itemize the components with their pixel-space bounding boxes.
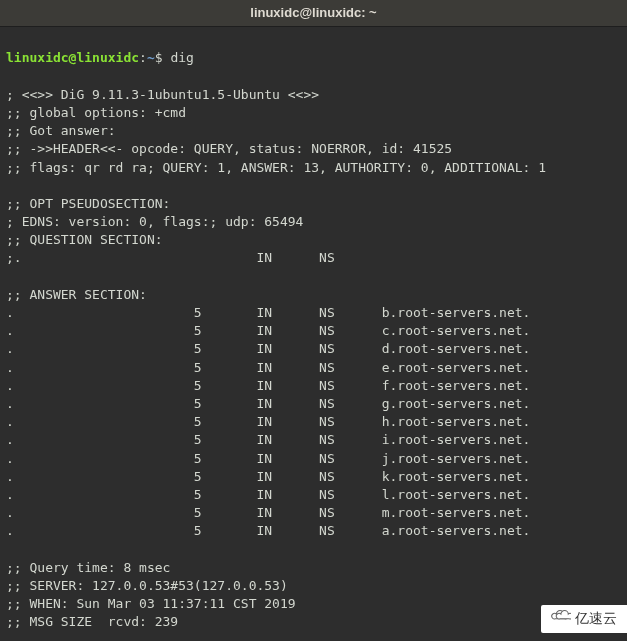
dig-server: ;; SERVER: 127.0.0.53#53(127.0.0.53) bbox=[6, 578, 288, 593]
dig-global-options: ;; global options: +cmd bbox=[6, 105, 186, 120]
prompt-path: ~ bbox=[147, 50, 155, 65]
dig-opt-section: ;; OPT PSEUDOSECTION: bbox=[6, 196, 170, 211]
dig-answer-row: . 5 IN NS k.root-servers.net. bbox=[6, 469, 530, 484]
dig-answer-row: . 5 IN NS a.root-servers.net. bbox=[6, 523, 530, 538]
dig-answer-row: . 5 IN NS d.root-servers.net. bbox=[6, 341, 530, 356]
dig-msg-size: ;; MSG SIZE rcvd: 239 bbox=[6, 614, 178, 629]
dig-got-answer: ;; Got answer: bbox=[6, 123, 116, 138]
window-titlebar: linuxidc@linuxidc: ~ bbox=[0, 0, 627, 27]
dig-answer-row: . 5 IN NS g.root-servers.net. bbox=[6, 396, 530, 411]
dig-edns: ; EDNS: version: 0, flags:; udp: 65494 bbox=[6, 214, 303, 229]
dig-answer-row: . 5 IN NS l.root-servers.net. bbox=[6, 487, 530, 502]
cloud-icon bbox=[549, 609, 571, 629]
dig-answer-row: . 5 IN NS f.root-servers.net. bbox=[6, 378, 530, 393]
dig-answer-row: . 5 IN NS j.root-servers.net. bbox=[6, 451, 530, 466]
dig-question-section: ;; QUESTION SECTION: bbox=[6, 232, 163, 247]
dig-question-line: ;. IN NS bbox=[6, 250, 335, 265]
dig-answer-row: . 5 IN NS b.root-servers.net. bbox=[6, 305, 530, 320]
command-text: dig bbox=[170, 50, 193, 65]
prompt-user: linuxidc@linuxidc bbox=[6, 50, 139, 65]
dig-answer-row: . 5 IN NS h.root-servers.net. bbox=[6, 414, 530, 429]
watermark-badge: 亿速云 bbox=[541, 605, 627, 633]
dig-header: ;; ->>HEADER<<- opcode: QUERY, status: N… bbox=[6, 141, 452, 156]
dig-flags: ;; flags: qr rd ra; QUERY: 1, ANSWER: 13… bbox=[6, 160, 546, 175]
dig-when: ;; WHEN: Sun Mar 03 11:37:11 CST 2019 bbox=[6, 596, 296, 611]
dig-answer-row: . 5 IN NS m.root-servers.net. bbox=[6, 505, 530, 520]
dig-answer-row: . 5 IN NS e.root-servers.net. bbox=[6, 360, 530, 375]
terminal-area[interactable]: linuxidc@linuxidc:~$ dig ; <<>> DiG 9.11… bbox=[0, 27, 627, 641]
dig-banner: ; <<>> DiG 9.11.3-1ubuntu1.5-Ubuntu <<>> bbox=[6, 87, 319, 102]
dig-answer-row: . 5 IN NS i.root-servers.net. bbox=[6, 432, 530, 447]
prompt-colon: : bbox=[139, 50, 147, 65]
dig-query-time: ;; Query time: 8 msec bbox=[6, 560, 170, 575]
prompt-dollar: $ bbox=[155, 50, 171, 65]
dig-answer-row: . 5 IN NS c.root-servers.net. bbox=[6, 323, 530, 338]
watermark-text: 亿速云 bbox=[575, 609, 617, 629]
prompt-line-1: linuxidc@linuxidc:~$ dig bbox=[6, 50, 194, 65]
dig-answer-section: ;; ANSWER SECTION: bbox=[6, 287, 147, 302]
